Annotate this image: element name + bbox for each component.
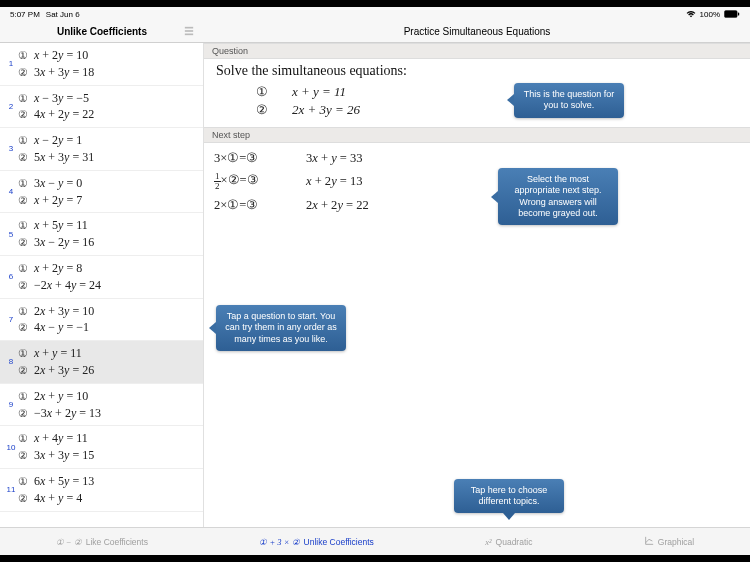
title-bar: Unlike Coefficients Practice Simultaneou… bbox=[0, 21, 750, 43]
section-label-question: Question bbox=[204, 43, 750, 59]
equation-2: 2x + 3y = 26 bbox=[292, 102, 360, 118]
callout-tabs: Tap here to choose different topics. bbox=[454, 479, 564, 514]
next-step-option-3[interactable]: 2×①=③2x + 2y = 22 bbox=[214, 194, 740, 216]
question-list[interactable]: 1①x + 2y = 10②3x + 3y = 182①x − 3y = −5②… bbox=[0, 43, 204, 527]
list-icon[interactable] bbox=[184, 26, 194, 38]
question-row-6[interactable]: 6①x + 2y = 8②−2x + 4y = 24 bbox=[0, 256, 203, 299]
svg-rect-1 bbox=[738, 12, 739, 15]
question-number: 6 bbox=[4, 272, 18, 281]
battery-icon bbox=[724, 10, 740, 18]
question-number: 8 bbox=[4, 357, 18, 366]
svg-rect-0 bbox=[724, 10, 737, 17]
question-row-10[interactable]: 10①x + 4y = 11②3x + 3y = 15 bbox=[0, 426, 203, 469]
section-label-nextstep: Next step bbox=[204, 127, 750, 143]
circled-2-icon: ② bbox=[256, 102, 272, 117]
graph-icon bbox=[644, 536, 654, 548]
question-number: 4 bbox=[4, 187, 18, 196]
page-title: Practice Simultaneous Equations bbox=[204, 26, 750, 37]
question-row-7[interactable]: 7①2x + 3y = 10②4x − y = −1 bbox=[0, 299, 203, 342]
question-number: 2 bbox=[4, 102, 18, 111]
status-bar: 5:07 PM Sat Jun 6 100% bbox=[0, 7, 750, 21]
tab-unlike-coefficients[interactable]: ① + 3 × ② Unlike Coefficients bbox=[259, 537, 373, 547]
question-number: 1 bbox=[4, 59, 18, 68]
callout-sidebar: Tap a question to start. You can try the… bbox=[216, 305, 346, 351]
main-panel: Question Solve the simultaneous equation… bbox=[204, 43, 750, 527]
bottom-tabbar: ① − ② Like Coefficients ① + 3 × ② Unlike… bbox=[0, 527, 750, 555]
status-date: Sat Jun 6 bbox=[46, 10, 80, 19]
question-row-5[interactable]: 5①x + 5y = 11②3x − 2y = 16 bbox=[0, 213, 203, 256]
question-row-8[interactable]: 8①x + y = 11②2x + 3y = 26 bbox=[0, 341, 203, 384]
tab-like-coefficients[interactable]: ① − ② Like Coefficients bbox=[56, 537, 148, 547]
callout-nextstep: Select the most appropriate next step. W… bbox=[498, 168, 618, 225]
svg-rect-2 bbox=[185, 26, 193, 28]
circled-1-icon: ① bbox=[256, 84, 272, 99]
equation-1: x + y = 11 bbox=[292, 84, 346, 100]
question-number: 7 bbox=[4, 315, 18, 324]
next-step-option-2[interactable]: 12×②=③x + 2y = 13 bbox=[214, 169, 740, 194]
question-row-4[interactable]: 4①3x − y = 0②x + 2y = 7 bbox=[0, 171, 203, 214]
svg-rect-4 bbox=[185, 33, 193, 35]
callout-question: This is the question for you to solve. bbox=[514, 83, 624, 118]
question-number: 5 bbox=[4, 230, 18, 239]
tab-graphical[interactable]: Graphical bbox=[644, 536, 694, 548]
question-row-3[interactable]: 3①x − 2y = 1②5x + 3y = 31 bbox=[0, 128, 203, 171]
next-step-option-1[interactable]: 3×①=③3x + y = 33 bbox=[214, 147, 740, 169]
question-row-1[interactable]: 1①x + 2y = 10②3x + 3y = 18 bbox=[0, 43, 203, 86]
question-row-2[interactable]: 2①x − 3y = −5②4x + 2y = 22 bbox=[0, 86, 203, 129]
question-row-11[interactable]: 11①6x + 5y = 13②4x + y = 4 bbox=[0, 469, 203, 512]
question-number: 3 bbox=[4, 144, 18, 153]
sidebar-title: Unlike Coefficients bbox=[0, 26, 204, 37]
question-prompt: Solve the simultaneous equations: bbox=[216, 63, 738, 79]
status-time: 5:07 PM bbox=[10, 10, 40, 19]
question-number: 11 bbox=[4, 485, 18, 494]
battery-pct: 100% bbox=[700, 10, 720, 19]
tab-quadratic[interactable]: x² Quadratic bbox=[485, 537, 532, 547]
question-number: 9 bbox=[4, 400, 18, 409]
wifi-icon bbox=[686, 10, 696, 18]
question-row-9[interactable]: 9①2x + y = 10②−3x + 2y = 13 bbox=[0, 384, 203, 427]
question-number: 10 bbox=[4, 443, 18, 452]
svg-rect-3 bbox=[185, 30, 193, 32]
